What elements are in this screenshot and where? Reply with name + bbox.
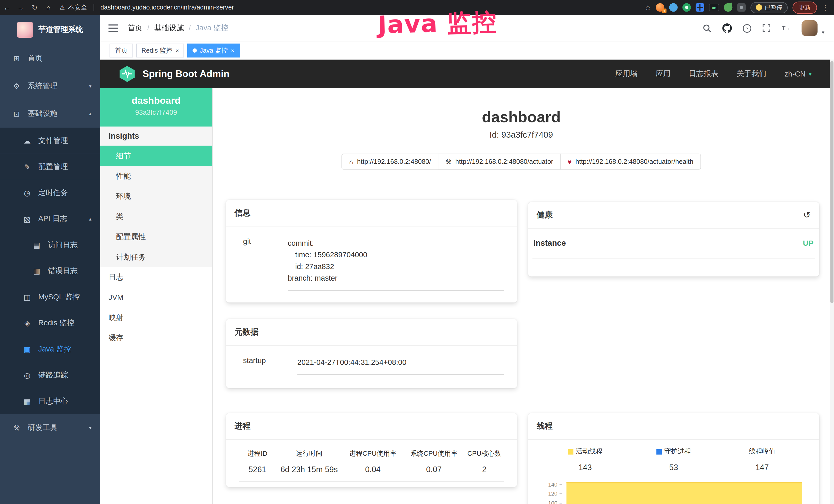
instance-tab-jvm[interactable]: JVM xyxy=(100,287,212,307)
extension-icon-6[interactable] xyxy=(723,3,733,12)
search-icon[interactable] xyxy=(702,24,711,32)
instance-tab-loggers[interactable]: 日志 xyxy=(100,267,212,287)
threads-chart-area xyxy=(566,482,802,504)
info-line: branch: master xyxy=(288,272,503,284)
close-icon[interactable]: × xyxy=(175,47,179,54)
sba-nav-applications[interactable]: 应用 xyxy=(656,69,671,78)
update-button[interactable]: 更新 xyxy=(792,1,817,14)
github-icon[interactable] xyxy=(722,23,732,33)
sidebar-item-api-log[interactable]: ▧ API 日志 ▴ xyxy=(0,206,100,232)
extension-icon-7[interactable] xyxy=(737,3,746,12)
instance-tab-configprops[interactable]: 配置属性 xyxy=(100,226,212,247)
topbar-tools: ? TT ▾ xyxy=(702,20,834,36)
address-bar[interactable]: ⚠ 不安全 dashboard.yudao.iocoder.cn/infra/a… xyxy=(60,3,234,12)
tab-java-monitor[interactable]: Java 监控 × xyxy=(188,44,240,58)
health-card-header: 健康 ↺ xyxy=(528,202,819,229)
sba-nav-wallboard[interactable]: 应用墙 xyxy=(615,69,637,78)
sidebar-item-scheduled-jobs[interactable]: ◷ 定时任务 xyxy=(0,180,100,206)
paused-badge[interactable]: 已暂停 xyxy=(750,2,788,13)
info-line: time: 1596289704000 xyxy=(288,249,503,260)
sidebar-item-java-monitor[interactable]: ▣ Java 监控 xyxy=(0,336,100,362)
layers-icon: ◈ xyxy=(21,319,33,327)
link-service-url[interactable]: ⌂ http://192.168.0.2:48080/ xyxy=(342,154,438,169)
breadcrumb-infra[interactable]: 基础设施 xyxy=(142,23,184,33)
sidebar-item-infra[interactable]: ⊡ 基础设施 ▴ xyxy=(0,100,100,128)
instance-tab-details[interactable]: 细节 xyxy=(100,145,212,166)
instance-tab-environment[interactable]: 环境 xyxy=(100,186,212,206)
instance-tab-metrics[interactable]: 性能 xyxy=(100,166,212,186)
info-key: git xyxy=(239,234,288,291)
sidebar-item-devtools[interactable]: ⚒ 研发工具 ▾ xyxy=(0,414,100,442)
reload-icon[interactable]: ↻ xyxy=(28,3,42,11)
bookmark-star-icon[interactable]: ☆ xyxy=(645,3,651,11)
document-icon: ▥ xyxy=(31,267,43,275)
process-card: 进程 进程ID 运行时间 进程CPU使用率 系统CPU使用率 CPU核心数 52… xyxy=(226,413,517,487)
extension-icon-4[interactable] xyxy=(696,3,704,12)
sba-title: Spring Boot Admin xyxy=(142,68,229,79)
chevron-up-icon: ▴ xyxy=(89,216,91,222)
extension-icon-5[interactable]: on xyxy=(709,4,719,11)
kebab-menu-icon[interactable]: ⋮ xyxy=(822,3,829,11)
history-icon[interactable]: ↺ xyxy=(803,209,811,221)
hamburger-icon[interactable] xyxy=(108,24,118,32)
back-icon[interactable]: ← xyxy=(0,3,14,11)
extension-icon-3[interactable] xyxy=(682,3,691,12)
close-icon[interactable]: × xyxy=(231,47,234,54)
tab-redis-monitor[interactable]: Redis 监控 × xyxy=(136,44,184,58)
screenshot-root: ← → ↻ ⌂ ⚠ 不安全 dashboard.yudao.iocoder.cn… xyxy=(0,0,834,504)
tab-home[interactable]: 首页 xyxy=(110,44,133,58)
sidebar-item-label: 链路追踪 xyxy=(38,370,68,380)
breadcrumb-home[interactable]: 首页 xyxy=(128,23,142,33)
instance-tab-mappings[interactable]: 映射 xyxy=(100,307,212,328)
metadata-row-startup: startup 2021-04-27T00:44:31.254+08:00 xyxy=(239,353,504,375)
sidebar-item-mysql-monitor[interactable]: ◫ MySQL 监控 xyxy=(0,284,100,310)
sba-brand[interactable]: Spring Boot Admin xyxy=(118,66,229,83)
link-actuator-url[interactable]: ⚒ http://192.168.0.2:48080/actuator xyxy=(438,154,561,169)
metadata-card: 元数据 startup 2021-04-27T00:44:31.254+08:0… xyxy=(226,319,517,388)
extension-icon-2[interactable] xyxy=(669,3,678,12)
fontsize-icon[interactable]: TT xyxy=(781,24,791,32)
info-card-header: 信息 xyxy=(226,200,517,227)
sidebar-item-redis-monitor[interactable]: ◈ Redis 监控 xyxy=(0,310,100,336)
link-label: http://192.168.0.2:48080/actuator/health xyxy=(575,158,693,165)
sidebar-item-home[interactable]: ⊞ 首页 xyxy=(0,45,100,72)
sba-nav-journal[interactable]: 日志报表 xyxy=(688,69,719,78)
help-icon[interactable]: ? xyxy=(743,24,751,32)
sidebar-item-error-log[interactable]: ▥ 错误日志 xyxy=(0,258,100,284)
sidebar-item-label: 首页 xyxy=(28,54,43,63)
caret-down-icon: ▾ xyxy=(809,70,812,77)
process-value: 5261 xyxy=(239,458,276,474)
breadcrumb: 首页 基础设施 Java 监控 xyxy=(128,23,228,33)
sba-nav-about[interactable]: 关于我们 xyxy=(737,69,766,78)
health-instance-label: Instance xyxy=(533,238,566,247)
forward-icon[interactable]: → xyxy=(14,3,28,11)
page-subtitle: Id: 93a3fc7f7409 xyxy=(213,130,830,140)
security-label: 不安全 xyxy=(68,3,87,12)
sidebar-item-access-log[interactable]: ▤ 访问日志 xyxy=(0,232,100,258)
sidebar-item-config-manage[interactable]: ✎ 配置管理 xyxy=(0,154,100,180)
instance-sidebar: dashboard 93a3fc7f7409 Insights 细节 性能 环境… xyxy=(100,88,213,504)
link-health-url[interactable]: ♥ http://192.168.0.2:48080/actuator/heal… xyxy=(560,154,701,169)
metadata-card-header: 元数据 xyxy=(226,319,517,346)
card-title: 进程 xyxy=(235,421,250,431)
home-icon[interactable]: ⌂ xyxy=(42,3,56,11)
scrollbar-thumb[interactable] xyxy=(830,61,833,303)
instance-tab-scheduled[interactable]: 计划任务 xyxy=(100,247,212,267)
sidebar-item-file-manage[interactable]: ☁ 文件管理 xyxy=(0,128,100,154)
instance-tab-classes[interactable]: 类 xyxy=(100,206,212,226)
sidebar-item-trace[interactable]: ◎ 链路追踪 xyxy=(0,362,100,388)
infra-submenu: ☁ 文件管理 ✎ 配置管理 ◷ 定时任务 ▧ API 日志 ▴ ▤ 访问日志 ▥ xyxy=(0,128,100,414)
avatar[interactable] xyxy=(802,20,817,36)
sidebar-item-system[interactable]: ⚙ 系统管理 ▾ xyxy=(0,72,100,100)
process-table: 进程ID 运行时间 进程CPU使用率 系统CPU使用率 CPU核心数 5261 … xyxy=(239,447,504,482)
app-logo[interactable]: 芋道管理系统 xyxy=(0,15,100,45)
scrollbar-track xyxy=(830,60,834,504)
fullscreen-icon[interactable] xyxy=(762,24,771,32)
process-col-header: 运行时间 xyxy=(276,449,342,458)
locale-select[interactable]: zh-CN ▾ xyxy=(785,70,812,78)
database-icon: ◫ xyxy=(21,293,33,301)
sidebar-item-log-center[interactable]: ▦ 日志中心 xyxy=(0,388,100,414)
extension-icon-1[interactable]: 1 xyxy=(656,3,664,12)
instance-tab-caches[interactable]: 缓存 xyxy=(100,328,212,348)
process-value: 6d 23h 15m 59s xyxy=(276,458,342,474)
